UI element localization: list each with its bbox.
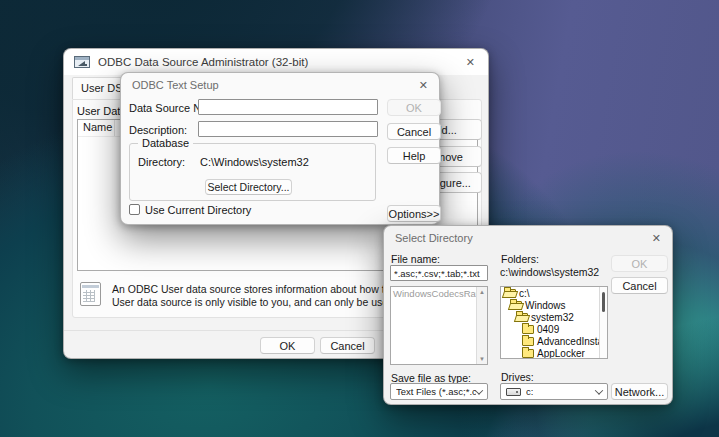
directory-label: Directory: — [138, 156, 185, 168]
folder-tree-rows: c:\Windowssystem320409AdvancedInstallers… — [501, 287, 607, 359]
folder-name: AdvancedInstallers — [537, 336, 600, 347]
folder-tree-scroll-thumb[interactable] — [602, 292, 605, 312]
drive-icon — [506, 388, 521, 396]
drives-value: c: — [526, 386, 533, 397]
odbc-text-setup-dialog: ODBC Text Setup ✕ Data Source Name: Desc… — [120, 72, 440, 225]
admin-window-title: ODBC Data Source Administrator (32-bit) — [98, 56, 308, 68]
text-setup-help-button[interactable]: Help — [387, 147, 441, 164]
closed-folder-icon — [522, 325, 534, 334]
text-setup-options-button[interactable]: Options>> — [387, 205, 441, 222]
current-path: c:\windows\system32 — [500, 266, 599, 278]
closed-folder-icon — [522, 337, 534, 346]
open-folder-icon — [510, 301, 522, 310]
description-label: Description: — [129, 124, 187, 136]
network-button[interactable]: Network... — [611, 383, 668, 400]
file-list-scrollbar[interactable]: ▲ ▼ — [476, 287, 487, 364]
desktop-wallpaper: ODBC Data Source Administrator (32-bit) … — [0, 0, 719, 437]
chevron-down-icon — [475, 386, 483, 394]
use-current-directory-checkbox[interactable] — [129, 204, 140, 215]
database-group-label: Database — [138, 137, 193, 149]
select-directory-cancel-button[interactable]: Cancel — [611, 277, 668, 294]
scroll-down-icon[interactable]: ▼ — [477, 354, 487, 364]
file-list[interactable]: WindowsCodecsRaw.b ▲ ▼ — [390, 286, 488, 365]
file-name-input[interactable] — [390, 265, 488, 281]
datasource-table-icon — [80, 282, 101, 306]
text-setup-ok-button[interactable]: OK — [387, 99, 441, 116]
odbc-admin-app-icon — [74, 56, 90, 69]
scroll-up-icon[interactable]: ▲ — [477, 287, 487, 297]
use-current-directory-label: Use Current Directory — [145, 204, 251, 216]
open-folder-icon — [504, 289, 516, 298]
closed-folder-icon — [522, 349, 534, 358]
file-list-item[interactable]: WindowsCodecsRaw.b — [391, 287, 476, 300]
folder-name: Windows — [525, 300, 566, 311]
folder-tree-item[interactable]: AppLocker — [501, 347, 600, 359]
text-setup-title[interactable]: ODBC Text Setup — [132, 79, 219, 91]
save-type-value: Text Files (*.asc;*.csv;*. — [396, 386, 476, 397]
select-directory-close-icon[interactable]: ✕ — [652, 231, 661, 245]
select-directory-title[interactable]: Select Directory — [395, 232, 473, 244]
folder-name: system32 — [531, 312, 574, 323]
folder-tree-item[interactable]: system32 — [501, 311, 600, 323]
text-setup-cancel-button[interactable]: Cancel — [387, 123, 441, 140]
file-name-label: File name: — [391, 253, 440, 265]
database-group: Database Directory: C:\Windows\system32 … — [129, 143, 376, 201]
directory-value: C:\Windows\system32 — [200, 156, 309, 168]
folder-name: 0409 — [537, 324, 559, 335]
data-source-name-input[interactable] — [198, 99, 378, 115]
folder-tree-item[interactable]: Windows — [501, 299, 600, 311]
folder-tree-scrollbar[interactable] — [599, 287, 607, 358]
select-directory-ok-button[interactable]: OK — [611, 255, 668, 272]
text-setup-close-icon[interactable]: ✕ — [419, 78, 428, 92]
save-type-dropdown[interactable]: Text Files (*.asc;*.csv;*. — [390, 383, 488, 400]
folder-name: c:\ — [519, 288, 530, 299]
open-folder-icon — [516, 313, 528, 322]
folder-tree-item[interactable]: c:\ — [501, 287, 600, 299]
admin-close-icon[interactable]: ✕ — [466, 55, 475, 69]
drives-dropdown[interactable]: c: — [500, 383, 608, 400]
folder-tree[interactable]: c:\Windowssystem320409AdvancedInstallers… — [500, 286, 608, 359]
description-input[interactable] — [198, 121, 378, 137]
select-directory-button[interactable]: Select Directory... — [205, 179, 292, 195]
admin-ok-button[interactable]: OK — [260, 337, 315, 354]
admin-cancel-button[interactable]: Cancel — [320, 337, 375, 354]
select-directory-dialog: Select Directory ✕ File name: WindowsCod… — [383, 225, 673, 405]
chevron-down-icon — [595, 386, 603, 394]
file-list-items: WindowsCodecsRaw.b — [391, 287, 487, 300]
drives-label: Drives: — [501, 371, 534, 383]
column-name[interactable]: Name — [78, 120, 115, 136]
folder-name: AppLocker — [537, 348, 585, 359]
folder-tree-item[interactable]: AdvancedInstallers — [501, 335, 600, 347]
folder-tree-item[interactable]: 0409 — [501, 323, 600, 335]
folders-label: Folders: — [501, 253, 539, 265]
